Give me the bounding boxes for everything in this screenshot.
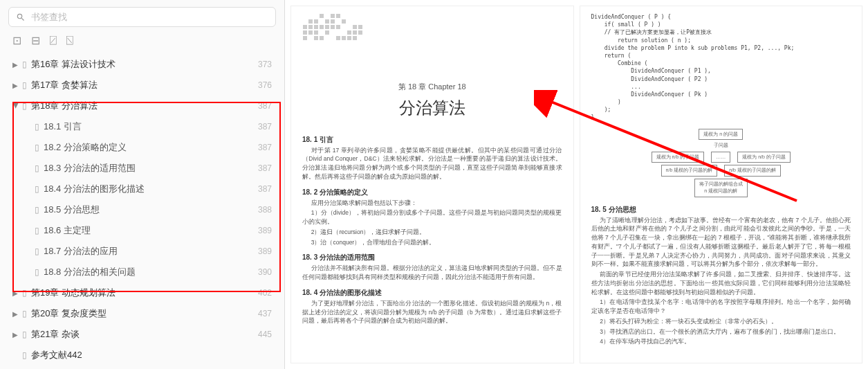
bookmark-icon: ▯ bbox=[35, 246, 39, 256]
pseudocode: DivideAndConquer ( P ) { if( small ( P )… bbox=[591, 13, 851, 122]
toc-page: 389 bbox=[252, 226, 272, 235]
toc-item[interactable]: ▯18.8 分治法的相关问题390 bbox=[7, 262, 277, 282]
bookmark-icon: ▯ bbox=[22, 80, 27, 90]
toc-page: 437 bbox=[252, 309, 272, 318]
toc-item[interactable]: ▯18.3 分治法的适用范围387 bbox=[7, 158, 277, 179]
section-heading: 18. 3 分治法的适用范围 bbox=[302, 252, 562, 262]
search-wrap bbox=[0, 0, 284, 34]
toc-page: 387 bbox=[252, 163, 272, 173]
toc-page: 445 bbox=[252, 330, 272, 339]
paragraph: 4）在停车场内寻找自己的汽车。 bbox=[591, 337, 851, 346]
paragraph: 对于第 17 章列举的许多问题，贪婪策略不能提供最优解。但其中的某些问题可通过分… bbox=[302, 146, 562, 181]
expand-icon: ▶ bbox=[12, 82, 19, 89]
toolbar: ⊡ ⊟ ⍁ ⍂ bbox=[0, 34, 284, 54]
toc[interactable]: ▶▯第16章 算法设计技术373▶▯第17章 贪婪算法376▶▯第18章 分治算… bbox=[0, 54, 284, 369]
book-page-left: 第 18 章 Chapter 18 分治算法 18. 1 引言对于第 17 章列… bbox=[290, 6, 574, 363]
toc-page: 373 bbox=[252, 60, 272, 69]
view-grid-icon[interactable]: ⊡ bbox=[12, 34, 21, 47]
divide-conquer-diagram: 规模为 n 的问题 子问题 规模为 n/b 的子问题……规模为 n/b 的子问题… bbox=[638, 129, 804, 197]
toc-page: 402 bbox=[252, 288, 272, 298]
bookmark-icon: ▯ bbox=[35, 205, 39, 215]
section-heading: 18. 1 引言 bbox=[302, 134, 562, 145]
paragraph: 1）分（divide），将初始问题分割成多个子问题。这些子问题是与初始问题同类型… bbox=[302, 208, 562, 226]
expand-icon: ▶ bbox=[12, 331, 19, 339]
toc-label: 18.7 分治法的应用 bbox=[44, 245, 252, 258]
toc-label: 18.3 分治法的适用范围 bbox=[44, 162, 252, 174]
bookmark-icon: ▯ bbox=[22, 60, 27, 69]
paragraph: 应用分治策略求解问题包括以下步骤： bbox=[302, 199, 562, 208]
chapter-number: 第 18 章 Chapter 18 bbox=[302, 81, 562, 93]
toc-label: 第20章 复杂度类型 bbox=[31, 307, 252, 320]
toc-label: 18.8 分治法的相关问题 bbox=[44, 266, 252, 278]
view-list-icon[interactable]: ⊟ bbox=[31, 34, 40, 47]
toc-item[interactable]: ▶▯第21章 杂谈445 bbox=[7, 324, 277, 345]
decorative-dots bbox=[302, 13, 364, 46]
expand-icon: ▶ bbox=[12, 310, 19, 318]
toc-item[interactable]: ▯18.6 主定理389 bbox=[7, 220, 277, 241]
bookmark-icon[interactable]: ⍁ bbox=[50, 34, 57, 47]
bookmark-icon: ▯ bbox=[22, 309, 27, 318]
chapter-title: 分治算法 bbox=[302, 96, 562, 120]
toc-label: 参考文献442 bbox=[31, 349, 266, 361]
toc-page: 390 bbox=[252, 267, 272, 277]
toc-page: 389 bbox=[252, 246, 272, 256]
bookmark-icon: ▯ bbox=[35, 226, 39, 235]
toc-item[interactable]: ▶▯第17章 贪婪算法376 bbox=[7, 75, 277, 96]
toc-label: 第18章 分治算法 bbox=[31, 100, 252, 112]
sidebar: ⊡ ⊟ ⍁ ⍂ ▶▯第16章 算法设计技术373▶▯第17章 贪婪算法376▶▯… bbox=[0, 0, 285, 369]
section-heading: 18. 5 分治思想 bbox=[591, 204, 851, 215]
paragraph: 1）在电话簿中查找某个名字：电话簿中的名字按照字母顺序排列。给出一个名字，如何确… bbox=[591, 298, 851, 316]
toc-item[interactable]: ▶▯第20章 复杂度类型437 bbox=[7, 303, 277, 324]
toc-item[interactable]: ▶▯第19章 动态规划算法402 bbox=[7, 282, 277, 303]
toc-label: 第16章 算法设计技术 bbox=[31, 58, 252, 71]
content-area: 第 18 章 Chapter 18 分治算法 18. 1 引言对于第 17 章列… bbox=[285, 0, 868, 369]
toc-page: 388 bbox=[252, 205, 272, 215]
bookmark-icon: ▯ bbox=[35, 184, 39, 194]
expand-icon: ▶ bbox=[12, 61, 19, 69]
paragraph: 3）治（conquer），合理地组合子问题的解。 bbox=[302, 238, 562, 247]
toc-label: 18.5 分治思想 bbox=[44, 204, 252, 216]
toc-label: 18.6 主定理 bbox=[44, 224, 252, 237]
bookmark-icon: ▯ bbox=[22, 101, 27, 111]
toc-label: 第21章 杂谈 bbox=[31, 328, 252, 341]
paragraph: 2）将石头打碎为粉尘：将一块石头变成粉尘（非常小的石头）。 bbox=[591, 317, 851, 326]
toc-item[interactable]: ▯18.4 分治法的图形化描述387 bbox=[7, 179, 277, 199]
section-heading: 18. 2 分治策略的定义 bbox=[302, 187, 562, 197]
toc-label: 第17章 贪婪算法 bbox=[31, 79, 252, 91]
toc-page: 376 bbox=[252, 80, 272, 90]
toc-label: 18.2 分治策略的定义 bbox=[44, 141, 252, 154]
toc-label: 18.4 分治法的图形化描述 bbox=[44, 183, 252, 195]
toc-page: 387 bbox=[252, 143, 272, 152]
paragraph: 前面的章节已经使用分治法策略求解了许多问题，如二叉搜索、归并排序、快速排序等。这… bbox=[591, 270, 851, 296]
search-input[interactable] bbox=[31, 12, 268, 22]
bookmark-icon: ▯ bbox=[35, 163, 39, 173]
search-box[interactable] bbox=[8, 7, 276, 27]
bookmark-icon: ▯ bbox=[35, 143, 39, 152]
bookmark-outline-icon[interactable]: ⍂ bbox=[66, 34, 73, 47]
paragraph: 3）寻找酒店的出口。在一个很长的酒店大厅内，遍布了很多的门，找出哪扇门是出口。 bbox=[591, 327, 851, 336]
toc-item[interactable]: ▯参考文献442 bbox=[7, 345, 277, 366]
toc-item[interactable]: ▶▯第16章 算法设计技术373 bbox=[7, 54, 277, 75]
toc-page: 387 bbox=[252, 122, 272, 132]
toc-item[interactable]: ▯18.2 分治策略的定义387 bbox=[7, 137, 277, 158]
toc-item[interactable]: ▯18.1 引言387 bbox=[7, 116, 277, 137]
bookmark-icon: ▯ bbox=[22, 288, 27, 298]
bookmark-icon: ▯ bbox=[35, 122, 39, 132]
paragraph: 2）递归（recursion），递归求解子问题。 bbox=[302, 228, 562, 237]
expand-icon: ▶ bbox=[12, 102, 20, 109]
paragraph: 分治法并不能解决所有问题。根据分治法的定义，算法递归地求解同类型的子问题。但不是… bbox=[302, 264, 562, 282]
toc-item[interactable]: ▶▯第18章 分治算法387 bbox=[7, 96, 277, 116]
paragraph: 为了更好地理解分治法，下面给出分治法的一个图形化描述。假设初始问题的规模为 n，… bbox=[302, 299, 562, 325]
toc-label: 18.1 引言 bbox=[44, 120, 252, 133]
bookmark-icon: ▯ bbox=[22, 350, 27, 360]
bookmark-icon: ▯ bbox=[35, 267, 39, 277]
toc-item[interactable]: ▯18.5 分治思想388 bbox=[7, 199, 277, 220]
toc-label: 第19章 动态规划算法 bbox=[31, 287, 252, 299]
expand-icon: ▶ bbox=[12, 289, 19, 297]
toc-item[interactable]: ▯18.7 分治法的应用389 bbox=[7, 241, 277, 262]
section-heading: 18. 4 分治法的图形化描述 bbox=[302, 287, 562, 298]
book-page-right: DivideAndConquer ( P ) { if( small ( P )… bbox=[580, 6, 863, 363]
toc-page: 387 bbox=[252, 101, 272, 111]
bookmark-icon: ▯ bbox=[22, 330, 27, 339]
search-icon bbox=[16, 12, 26, 22]
